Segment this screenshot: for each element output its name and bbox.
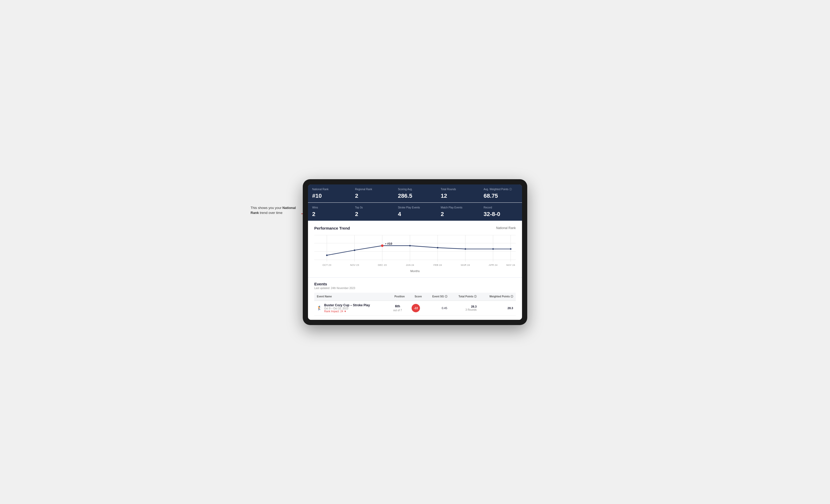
stat-regional-rank: Regional Rank 2 — [351, 184, 393, 202]
svg-point-14 — [354, 249, 355, 251]
col-position: Position — [388, 293, 408, 301]
svg-text:APR 24: APR 24 — [489, 264, 498, 266]
tablet-frame: National Rank #10 Regional Rank 2 Scorin… — [303, 179, 527, 325]
annotation-text-end: trend over time — [259, 211, 282, 215]
chart-title: Performance Trend — [314, 226, 350, 230]
event-name-info: Buster Cozy Cup – Stroke Play Oct 9 – Oc… — [324, 303, 370, 313]
svg-point-20 — [510, 248, 512, 250]
chart-svg: • #10 OCT 23 NOV 23 DEC 23 JAN 24 FEB 24… — [314, 235, 516, 268]
event-score: -22 — [408, 301, 425, 315]
stat-scoring-avg: Scoring Avg. 286.5 — [393, 184, 436, 202]
svg-point-17 — [437, 247, 439, 248]
tablet-screen: National Rank #10 Regional Rank 2 Scorin… — [308, 184, 522, 320]
col-event-sg: Event SG ⓘ — [424, 293, 450, 301]
event-total-points: 28.3 3 Rounds — [450, 301, 479, 315]
event-sg: 0.45 — [424, 301, 450, 315]
svg-text:MAY 24: MAY 24 — [506, 264, 515, 266]
events-last-updated: Last updated: 24th November 2023 — [314, 287, 516, 290]
col-weighted-points: Weighted Points ⓘ — [479, 293, 516, 301]
annotation-text-start: This shows you your — [251, 206, 282, 210]
chart-x-axis-label: Months — [314, 269, 516, 275]
events-section: Events Last updated: 24th November 2023 … — [308, 277, 522, 320]
svg-text:MAR 24: MAR 24 — [461, 264, 470, 266]
col-score: Score — [408, 293, 425, 301]
stat-stroke-play-events: Stroke Play Events 4 — [393, 203, 436, 221]
event-position: 6th out of 7 — [388, 301, 408, 315]
col-event-name: Event Name — [314, 293, 388, 301]
svg-point-18 — [465, 248, 466, 250]
svg-point-19 — [492, 248, 494, 250]
stat-top3s: Top 3s 2 — [351, 203, 393, 221]
col-total-points: Total Points ⓘ — [450, 293, 479, 301]
chart-area: • #10 OCT 23 NOV 23 DEC 23 JAN 24 FEB 24… — [314, 235, 516, 268]
event-rank-impact: Rank Impact: 24 ▼ — [324, 310, 370, 313]
chart-header: Performance Trend National Rank — [314, 226, 516, 230]
stat-total-rounds: Total Rounds 12 — [437, 184, 479, 202]
stat-wins: Wins 2 — [308, 203, 351, 221]
stat-record: Record 32-8-0 — [479, 203, 522, 221]
chart-label: National Rank — [496, 226, 516, 230]
event-name-cell: 🏌️ Buster Cozy Cup – Stroke Play Oct 9 –… — [314, 301, 388, 315]
event-date: Oct 9 – Oct 10, 2023 — [324, 307, 370, 310]
score-badge: -22 — [412, 304, 420, 312]
event-name: Buster Cozy Cup – Stroke Play — [324, 303, 370, 307]
svg-text:• #10: • #10 — [385, 242, 392, 245]
table-header-row: Event Name Position Score Event SG ⓘ Tot… — [314, 293, 516, 301]
svg-text:OCT 23: OCT 23 — [322, 264, 331, 266]
annotation-text: This shows you your National Rank trend … — [251, 205, 297, 215]
svg-point-16 — [409, 245, 411, 246]
event-weighted-points: 28.3 — [479, 301, 516, 315]
table-row: 🏌️ Buster Cozy Cup – Stroke Play Oct 9 –… — [314, 301, 516, 315]
svg-text:JAN 24: JAN 24 — [406, 264, 414, 266]
event-icon: 🏌️ — [317, 305, 322, 310]
svg-text:NOV 23: NOV 23 — [350, 264, 359, 266]
chart-section: Performance Trend National Rank — [308, 221, 522, 277]
svg-text:FEB 24: FEB 24 — [434, 264, 442, 266]
events-table: Event Name Position Score Event SG ⓘ Tot… — [314, 293, 516, 316]
stats-row2: Wins 2 Top 3s 2 Stroke Play Events 4 Mat… — [308, 203, 522, 221]
stat-national-rank: National Rank #10 — [308, 184, 351, 202]
svg-point-13 — [326, 254, 327, 256]
svg-point-21 — [381, 244, 384, 247]
svg-text:DEC 23: DEC 23 — [378, 264, 387, 266]
stat-match-play-events: Match Play Events 2 — [437, 203, 479, 221]
events-title: Events — [314, 282, 516, 286]
stat-avg-weighted-points: Avg. Weighted Points ⓘ 68.75 — [479, 184, 522, 202]
stats-row1: National Rank #10 Regional Rank 2 Scorin… — [308, 184, 522, 202]
